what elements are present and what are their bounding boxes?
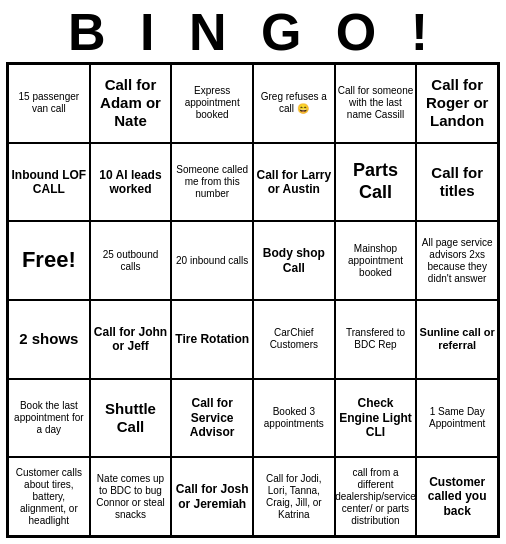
bingo-cell-34: call from a different dealership/service… xyxy=(335,457,417,536)
bingo-cell-6: Inbound LOF CALL xyxy=(8,143,90,222)
bingo-cell-18: 2 shows xyxy=(8,300,90,379)
bingo-cell-12: Free! xyxy=(8,221,90,300)
bingo-cell-21: CarChief Customers xyxy=(253,300,335,379)
bingo-cell-23: Sunline call or referral xyxy=(416,300,498,379)
bingo-cell-7: 10 AI leads worked xyxy=(90,143,172,222)
bingo-cell-1: Call for Adam or Nate xyxy=(90,64,172,143)
bingo-cell-16: Mainshop appointment booked xyxy=(335,221,417,300)
bingo-cell-2: Express appointment booked xyxy=(171,64,253,143)
bingo-cell-35: Customer called you back xyxy=(416,457,498,536)
bingo-cell-17: All page service advisors 2xs because th… xyxy=(416,221,498,300)
bingo-cell-33: Call for Jodi, Lori, Tanna, Craig, Jill,… xyxy=(253,457,335,536)
bingo-cell-14: 20 inbound calls xyxy=(171,221,253,300)
bingo-cell-20: Tire Rotation xyxy=(171,300,253,379)
bingo-cell-24: Book the last appointment for a day xyxy=(8,379,90,458)
bingo-cell-11: Call for titles xyxy=(416,143,498,222)
bingo-cell-19: Call for John or Jeff xyxy=(90,300,172,379)
bingo-cell-27: Booked 3 appointments xyxy=(253,379,335,458)
bingo-cell-30: Customer calls about tires, battery, ali… xyxy=(8,457,90,536)
bingo-cell-22: Transfered to BDC Rep xyxy=(335,300,417,379)
bingo-cell-25: Shuttle Call xyxy=(90,379,172,458)
bingo-cell-13: 25 outbound calls xyxy=(90,221,172,300)
bingo-grid: 15 passenger van callCall for Adam or Na… xyxy=(6,62,500,538)
bingo-cell-26: Call for Service Advisor xyxy=(171,379,253,458)
bingo-cell-29: 1 Same Day Appointment xyxy=(416,379,498,458)
bingo-cell-0: 15 passenger van call xyxy=(8,64,90,143)
bingo-cell-9: Call for Larry or Austin xyxy=(253,143,335,222)
bingo-cell-8: Someone called me from this number xyxy=(171,143,253,222)
bingo-cell-15: Body shop Call xyxy=(253,221,335,300)
bingo-cell-31: Nate comes up to BDC to bug Connor or st… xyxy=(90,457,172,536)
bingo-title: B I N G O ! xyxy=(68,6,438,58)
bingo-cell-5: Call for Roger or Landon xyxy=(416,64,498,143)
bingo-cell-28: Check Engine Light CLI xyxy=(335,379,417,458)
bingo-cell-3: Greg refuses a call 😄 xyxy=(253,64,335,143)
bingo-cell-4: Call for someone with the last name Cass… xyxy=(335,64,417,143)
bingo-cell-10: Parts Call xyxy=(335,143,417,222)
bingo-cell-32: Call for Josh or Jeremiah xyxy=(171,457,253,536)
